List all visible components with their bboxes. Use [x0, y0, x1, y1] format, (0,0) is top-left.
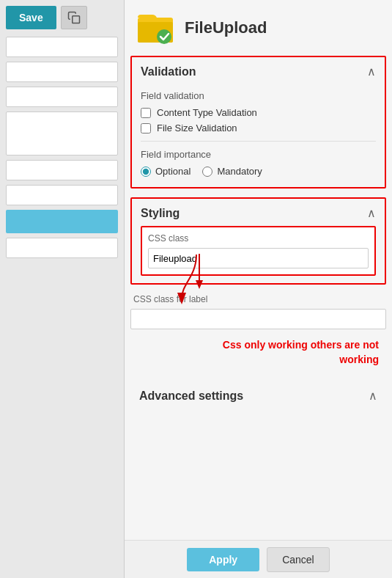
component-icon: [136, 9, 174, 47]
content-type-row: Content Type Validation: [141, 107, 376, 118]
svg-point-3: [157, 29, 171, 44]
file-size-checkbox[interactable]: [141, 123, 151, 133]
main-content: FileUpload Validation ∧ Field validation…: [125, 0, 392, 578]
advanced-section-header: Advanced settings ∧: [130, 381, 386, 409]
divider: [141, 141, 376, 142]
styling-title: Styling: [141, 207, 180, 220]
advanced-title: Advanced settings: [139, 389, 243, 403]
sidebar-blue-button[interactable]: [6, 210, 118, 233]
mandatory-label: Mandatory: [217, 166, 262, 177]
main-scroll: FileUpload Validation ∧ Field validation…: [125, 0, 392, 578]
content-type-label: Content Type Validation: [157, 107, 257, 118]
file-size-row: File Size Validation: [141, 122, 376, 133]
bottom-bar: Apply Cancel: [125, 540, 392, 578]
css-annotation-container: Css only working others are not working: [130, 335, 386, 373]
sidebar-field-5[interactable]: [6, 185, 118, 205]
css-label-section: CSS class for label: [130, 293, 386, 329]
css-label-input[interactable]: [131, 310, 385, 329]
file-size-label: File Size Validation: [157, 122, 237, 133]
validation-section-header: Validation ∧: [132, 57, 385, 84]
fileupload-icon: [136, 9, 174, 47]
styling-collapse-icon[interactable]: ∧: [367, 206, 376, 220]
advanced-collapse-icon[interactable]: ∧: [369, 389, 377, 403]
copy-icon: [67, 11, 81, 24]
css-label-input-wrapper: [130, 309, 386, 329]
sidebar-field-1[interactable]: [6, 37, 118, 57]
sidebar-top-buttons: Save: [6, 6, 118, 29]
sidebar-textarea[interactable]: [6, 111, 118, 156]
sidebar-field-6[interactable]: [6, 238, 118, 258]
sidebar-field-3[interactable]: [6, 87, 118, 107]
advanced-section: Advanced settings ∧: [130, 381, 386, 409]
validation-title: Validation: [141, 65, 196, 78]
apply-button[interactable]: Apply: [187, 548, 259, 571]
styling-section: Styling ∧ CSS class: [130, 197, 386, 285]
mandatory-radio[interactable]: [202, 167, 212, 177]
content-type-checkbox[interactable]: [141, 108, 151, 118]
component-title: FileUpload: [185, 18, 267, 37]
optional-label: Optional: [155, 166, 191, 177]
sidebar-field-4[interactable]: [6, 160, 118, 180]
validation-collapse-icon[interactable]: ∧: [367, 65, 376, 78]
optional-option: Optional: [141, 166, 191, 177]
css-class-label: CSS class: [148, 233, 369, 244]
field-importance-label: Field importance: [141, 149, 376, 160]
mandatory-option: Mandatory: [202, 166, 262, 177]
save-button[interactable]: Save: [6, 6, 56, 29]
optional-radio[interactable]: [141, 167, 151, 177]
sidebar: Save: [0, 0, 125, 578]
sidebar-field-2[interactable]: [6, 62, 118, 82]
copy-button[interactable]: [61, 6, 87, 29]
radio-row: Optional Mandatory: [141, 166, 376, 177]
cancel-button[interactable]: Cancel: [267, 547, 330, 572]
arrow-annotation: [185, 246, 302, 290]
validation-section-body: Field validation Content Type Validation…: [132, 84, 385, 187]
css-label-label: CSS class for label: [133, 294, 207, 304]
styling-section-header: Styling ∧: [132, 199, 385, 226]
svg-rect-0: [72, 16, 79, 23]
component-header: FileUpload: [125, 0, 392, 56]
validation-section: Validation ∧ Field validation Content Ty…: [130, 56, 386, 189]
css-label-text: CSS class for label: [130, 293, 386, 304]
field-validation-label: Field validation: [141, 90, 376, 101]
annotation-text: Css only working others are not working: [130, 335, 386, 373]
svg-marker-5: [196, 280, 203, 289]
